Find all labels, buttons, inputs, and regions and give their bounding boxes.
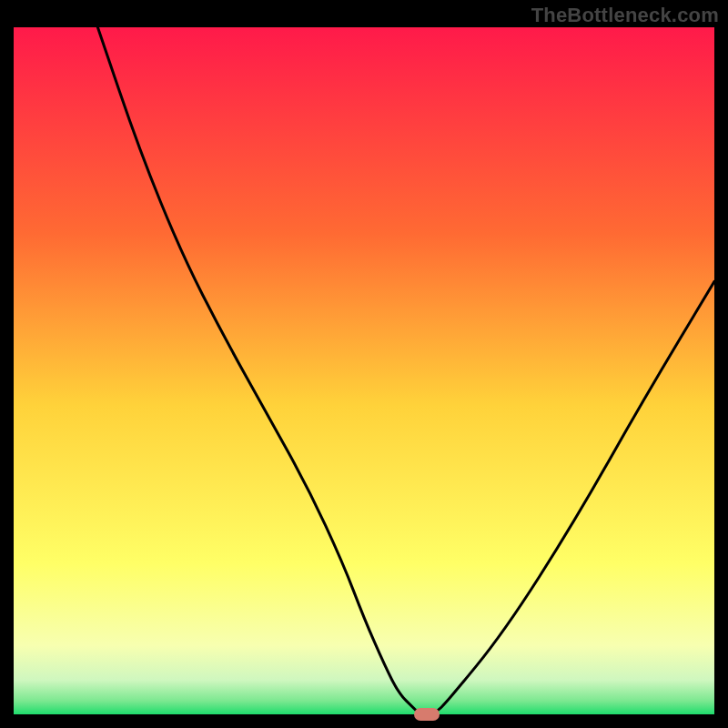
bottleneck-marker [414,708,440,721]
plot-area [14,27,714,714]
gradient-background [14,27,714,714]
chart-frame: TheBottleneck.com [0,0,728,728]
bottleneck-plot [14,27,714,714]
watermark-text: TheBottleneck.com [531,4,719,27]
